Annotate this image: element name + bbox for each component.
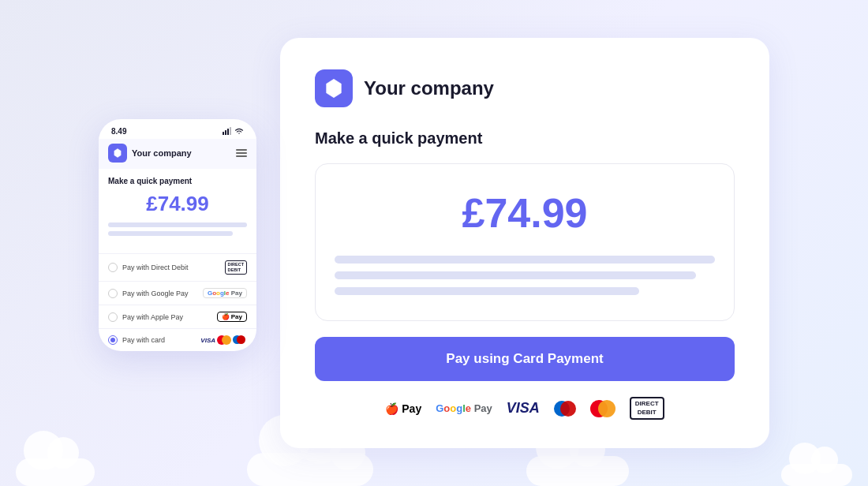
direct-debit-logo: DIRECTDEBIT (630, 397, 664, 420)
mobile-option-direct-debit[interactable]: Pay with Direct Debit DIRECTDEBIT (99, 253, 256, 281)
mobile-option-card[interactable]: Pay with card VISA (99, 328, 256, 351)
desktop-company-logo (315, 69, 353, 107)
apple-pay-icon: 🍎 Pay (385, 402, 421, 415)
mobile-company-name: Your company (132, 148, 192, 158)
desktop-company-name: Your company (364, 77, 494, 99)
cloud-far-right (781, 453, 852, 486)
desktop-payment-card: Your company Make a quick payment £74.99… (280, 38, 769, 448)
card-logos: VISA (200, 335, 247, 345)
wifi-icon (234, 127, 244, 135)
hamburger-menu-icon[interactable] (236, 149, 247, 157)
desktop-payment-title: Make a quick payment (315, 129, 735, 148)
skeleton-line-3 (335, 287, 639, 295)
maestro-small-logo (233, 335, 247, 345)
mobile-option-label-direct-debit: Pay with Direct Debit (122, 264, 189, 271)
mastercard-small-logo (217, 335, 231, 345)
radio-google-pay[interactable] (108, 289, 118, 298)
mobile-preview: 8.49 (99, 119, 256, 351)
mobile-skeleton-line-1 (108, 222, 247, 227)
applepay-badge: 🍎 Pay (217, 312, 247, 322)
mobile-logo-icon (112, 148, 123, 159)
mobile-content: Make a quick payment £74.99 (99, 169, 256, 253)
direct-debit-badge: DIRECTDEBIT (225, 260, 247, 275)
radio-apple-pay[interactable] (108, 312, 118, 322)
mobile-statusbar: 8.49 (99, 119, 256, 139)
desktop-amount: £74.99 (335, 189, 715, 237)
mobile-skeleton-line-2 (108, 231, 233, 236)
mobile-company-logo (108, 144, 127, 163)
mobile-option-label-card: Pay with card (122, 336, 165, 344)
mobile-option-google-pay[interactable]: Pay with Google Pay Google Pay (99, 281, 256, 305)
mobile-option-label-apple-pay: Pay with Apple Pay (122, 313, 183, 321)
desktop-skeleton-lines (335, 256, 715, 295)
cloud-left (16, 447, 95, 486)
svg-rect-3 (230, 127, 231, 135)
mobile-header: Your company (99, 139, 256, 169)
signal-icons (223, 127, 244, 135)
desktop-payment-box: £74.99 (315, 163, 735, 321)
mobile-option-label-google-pay: Pay with Google Pay (122, 290, 189, 297)
payment-icons-row: 🍎 Pay Google Pay VISA DIRECTDEBIT (315, 397, 735, 420)
radio-direct-debit[interactable] (108, 263, 118, 272)
google-pay-icon: Google Pay (436, 402, 492, 414)
radio-card[interactable] (108, 335, 118, 345)
visa-logo: VISA (507, 400, 540, 417)
mobile-amount: £74.99 (108, 192, 247, 216)
desktop-header: Your company (315, 69, 735, 107)
skeleton-line-2 (335, 271, 696, 279)
svg-rect-0 (223, 132, 224, 135)
svg-rect-2 (227, 129, 229, 135)
pay-button[interactable]: Pay using Card Payment (315, 337, 735, 381)
visa-small-logo: VISA (200, 337, 215, 344)
mastercard-logo (590, 401, 615, 417)
mobile-payment-options: Pay with Direct Debit DIRECTDEBIT Pay wi… (99, 253, 256, 351)
page-layout: 8.49 (99, 38, 769, 448)
cloud-right (526, 443, 629, 486)
mobile-payment-title: Make a quick payment (108, 177, 247, 185)
mobile-logo-row: Your company (108, 144, 192, 163)
mobile-option-apple-pay[interactable]: Pay with Apple Pay 🍎 Pay (99, 305, 256, 328)
signal-icon (223, 127, 232, 135)
mobile-time: 8.49 (111, 127, 126, 136)
desktop-logo-icon (323, 77, 345, 99)
skeleton-line-1 (335, 256, 715, 264)
gpay-badge: Google Pay (203, 288, 247, 298)
maestro-logo (554, 401, 576, 417)
svg-rect-1 (225, 130, 226, 135)
mobile-skeleton-lines (108, 222, 247, 236)
